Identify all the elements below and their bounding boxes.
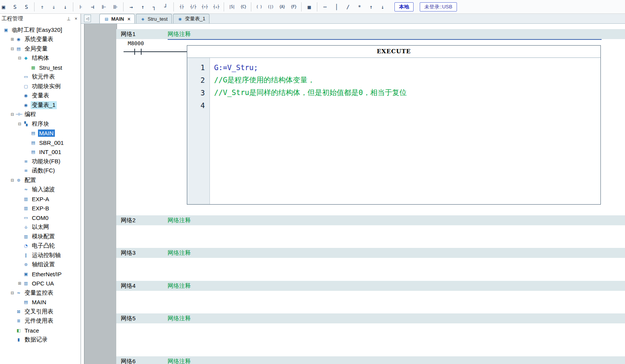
coil-f-icon[interactable]: {F} <box>288 2 299 12</box>
pin-icon[interactable]: ⊥ <box>66 16 72 22</box>
tree-item-stru-test[interactable]: ▩Stru_test <box>0 63 81 72</box>
tree-item-fb-instances[interactable]: ▢功能块实例 <box>0 82 81 91</box>
st-code-area[interactable]: 1G:=V_Stru;2//G是程序使用的结构体变量，3//V_Stru是同样的… <box>187 57 600 204</box>
tree-item-ethernet[interactable]: ⌂以太网 <box>0 223 81 232</box>
tree-item-opc-ua[interactable]: ⊞▥OPC UA <box>0 279 81 289</box>
contact-falling-icon[interactable]: ┤↓├ <box>210 2 222 12</box>
network-header[interactable]: 网络3网络注释 <box>116 248 625 258</box>
tree-item-exp-a[interactable]: ▥EXP-A <box>0 194 81 204</box>
contact-rising-icon[interactable]: ┤↑├ <box>199 2 210 12</box>
expander-icon[interactable]: ⊞ <box>10 37 15 41</box>
delete-column-icon[interactable]: ⊪ <box>110 2 121 12</box>
tree-item-programming[interactable]: ⊟⊣⊢编程 <box>0 110 81 120</box>
network-comment[interactable]: 网络注释 <box>168 249 191 257</box>
expander-icon[interactable]: ⊟ <box>10 291 15 295</box>
close-icon[interactable]: × <box>73 16 79 22</box>
expander-icon[interactable]: ⊟ <box>10 112 15 116</box>
tab-stru-test[interactable]: ◈Stru_test <box>136 14 172 23</box>
expander-icon[interactable]: ⊟ <box>17 56 22 60</box>
tab-scroll-left-button[interactable]: ◁ <box>84 15 91 22</box>
tree-item-electronic-cam[interactable]: ◔电子凸轮 <box>0 241 81 251</box>
tree-item-exp-b[interactable]: ▥EXP-B <box>0 204 81 213</box>
local-mode-button[interactable]: 本地 <box>394 2 414 11</box>
tree-item-functions-fc[interactable]: ≡函数(FC) <box>0 166 81 176</box>
contact-open-icon[interactable]: ┤├ <box>176 2 187 12</box>
tree-item-global-vars[interactable]: ⊟▤全局变量 <box>0 44 81 54</box>
tree-item-config[interactable]: ⊟⊛配置 <box>0 175 81 185</box>
network-body[interactable] <box>116 291 625 313</box>
sbr-block-icon[interactable]: S <box>9 2 21 12</box>
network-header[interactable]: 网络1网络注释 <box>116 29 625 39</box>
draw-wire-right-icon[interactable]: → <box>125 2 137 12</box>
contact-closed-icon[interactable]: ┤/├ <box>187 2 199 12</box>
network-comment[interactable]: 网络注释 <box>168 358 191 364</box>
draw-hline-icon[interactable]: ─ <box>319 2 331 12</box>
network-comment[interactable]: 网络注释 <box>168 315 191 322</box>
insert-row-below-icon[interactable]: ⇓ <box>48 2 59 12</box>
tab-main[interactable]: ▤MAIN× <box>99 14 135 23</box>
tree-item-axis-group-settings[interactable]: ⊛轴组设置 <box>0 260 81 270</box>
tab-vartable-1[interactable]: ◉变量表_1 <box>173 14 209 23</box>
instruction-list-icon[interactable]: ▦ <box>303 2 315 12</box>
network-header[interactable]: 网络2网络注释 <box>116 215 625 225</box>
tree-item-var-table[interactable]: ◉变量表 <box>0 91 81 101</box>
expander-icon[interactable]: ⊟ <box>10 47 15 51</box>
network-comment[interactable]: 网络注释 <box>168 217 191 224</box>
tree-item-var-monitor-table[interactable]: ⊟≈变量监控表 <box>0 288 81 298</box>
tree-item-motion-axis[interactable]: ∥运动控制轴 <box>0 251 81 260</box>
network-header[interactable]: 网络6网络注释 <box>116 356 625 364</box>
tree-item-cross-ref-table[interactable]: ⊠交叉引用表 <box>0 307 81 316</box>
coil-a-icon[interactable]: {A} <box>276 2 288 12</box>
insert-row-above-icon[interactable]: ⇑ <box>36 2 48 12</box>
move-up-icon[interactable]: ↑ <box>365 2 377 12</box>
network-body[interactable] <box>116 225 625 248</box>
expander-icon[interactable]: ⊟ <box>17 122 22 126</box>
network-comment[interactable]: 网络注释 <box>168 282 191 290</box>
draw-vline-icon[interactable]: │ <box>331 2 342 12</box>
draw-pen-icon[interactable]: ∕ <box>342 2 354 12</box>
tree-item-main-program[interactable]: ▤MAIN <box>0 129 81 138</box>
tree-item-function-blocks-fb[interactable]: ≡功能块(FB) <box>0 157 81 166</box>
coil-not-icon[interactable]: (|) <box>265 2 276 12</box>
program-block-icon[interactable]: ▣ <box>0 2 9 12</box>
coil-out-icon[interactable]: ( ) <box>253 2 265 12</box>
insert-cell-icon[interactable]: ⊦ <box>75 2 87 12</box>
tree-item-element-usage-table[interactable]: ≣元件使用表 <box>0 316 81 326</box>
erase-line-icon[interactable]: * <box>354 2 365 12</box>
contact-symbol[interactable] <box>134 49 135 55</box>
coil-set-icon[interactable]: |S| <box>226 2 237 12</box>
delete-cell-icon[interactable]: ⊣ <box>87 2 98 12</box>
tab-close-icon[interactable]: × <box>127 16 130 22</box>
contact-symbol[interactable] <box>141 49 142 55</box>
draw-corner-down-icon[interactable]: ┘ <box>160 2 172 12</box>
tree-item-var-monitor-main[interactable]: ▤MAIN <box>0 298 81 307</box>
tree-item-com0[interactable]: ▭COM0 <box>0 213 81 223</box>
execute-block[interactable]: EXECUTE1G:=V_Stru;2//G是程序使用的结构体变量，3//V_S… <box>187 45 601 205</box>
network-body[interactable] <box>116 323 625 356</box>
coil-reset-icon[interactable]: {C} <box>237 2 249 12</box>
tree-item-module-config[interactable]: ▥模块配置 <box>0 232 81 241</box>
int-block-icon[interactable]: S <box>21 2 32 12</box>
tree-item-ethernet-ip[interactable]: ▣EtherNet/IP <box>0 269 81 279</box>
tree-item-temp-project[interactable]: ▣临时工程 [Easy320] <box>0 25 81 35</box>
tree-item-system-var-table[interactable]: ⊞◉系统变量表 <box>0 35 81 44</box>
expander-icon[interactable]: ⊟ <box>10 178 15 182</box>
tree-item-trace[interactable]: ◧Trace <box>0 326 81 335</box>
network-body[interactable]: M8000EXECUTE1G:=V_Stru;2//G是程序使用的结构体变量，3… <box>116 39 625 215</box>
tree-item-int-001[interactable]: ▤INT_001 <box>0 148 81 157</box>
tree-item-sbr-001[interactable]: ▤SBR_001 <box>0 138 81 148</box>
delete-row-icon[interactable]: ↓ <box>59 2 71 12</box>
expander-icon[interactable]: ⊞ <box>17 281 22 285</box>
tree-item-program-blocks[interactable]: ⊟▚程序块 <box>0 119 81 129</box>
tree-item-var-table-1[interactable]: ◉变量表_1 <box>0 100 81 110</box>
tree-item-struct-group[interactable]: ⊟◆结构体 <box>0 54 81 63</box>
login-status-button[interactable]: 未登录::USB <box>420 2 457 11</box>
network-header[interactable]: 网络4网络注释 <box>116 281 625 291</box>
ladder-canvas[interactable]: 网络1网络注释M8000EXECUTE1G:=V_Stru;2//G是程序使用的… <box>116 24 625 364</box>
draw-corner-right-icon[interactable]: ┐ <box>148 2 160 12</box>
network-body[interactable] <box>116 258 625 281</box>
insert-column-icon[interactable]: ⊩ <box>98 2 110 12</box>
tree-item-input-filter[interactable]: ≈输入滤波 <box>0 185 81 195</box>
move-down-icon[interactable]: ↓ <box>377 2 388 12</box>
network-header[interactable]: 网络5网络注释 <box>116 313 625 323</box>
